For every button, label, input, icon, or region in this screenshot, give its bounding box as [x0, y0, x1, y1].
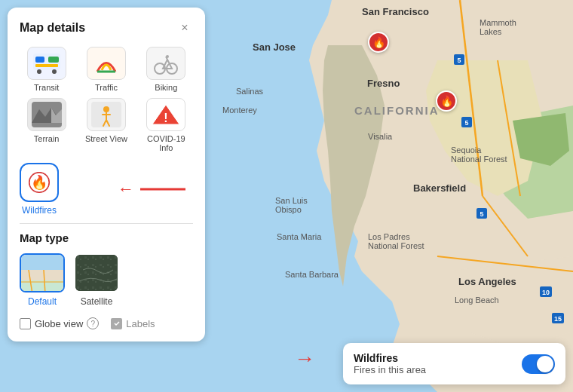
satellite-map-icon — [74, 253, 119, 292]
wildfire-item[interactable]: 🔥 Wildfires — [20, 163, 59, 216]
popup-text: Wildfires Fires in this area — [354, 352, 426, 375]
wildfire-arrow: ← — [118, 179, 134, 199]
default-label: Default — [28, 296, 57, 307]
map-type-default[interactable]: Default — [20, 253, 65, 307]
svg-rect-16 — [35, 57, 44, 63]
popup-arrow: → — [294, 347, 315, 371]
globe-view-checkbox[interactable]: Globe view ? — [20, 317, 99, 329]
svg-point-20 — [52, 69, 57, 74]
wildfire-row: 🔥 Wildfires ← — [20, 163, 193, 216]
wildfire-label: Wildfires — [22, 205, 57, 216]
popup-subtitle: Fires in this area — [354, 364, 426, 375]
wildfire-popup: Wildfires Fires in this area — [343, 343, 565, 384]
labels-checked-icon — [111, 318, 122, 329]
streetview-label: Street View — [85, 134, 127, 143]
panel-title: Map details — [20, 21, 85, 35]
traffic-icon — [87, 47, 126, 80]
map-type-title: Map type — [20, 231, 193, 244]
svg-text:🔥: 🔥 — [31, 174, 48, 191]
streetview-icon — [87, 98, 126, 131]
svg-text:10: 10 — [542, 289, 550, 296]
svg-rect-17 — [35, 64, 58, 67]
default-map-icon — [20, 253, 65, 292]
biking-label: Biking — [155, 83, 177, 92]
svg-rect-18 — [48, 57, 59, 63]
terrain-icon — [27, 98, 66, 131]
globe-view-label: Globe view — [35, 318, 83, 329]
transit-label: Transit — [34, 83, 59, 92]
labels-checkbox[interactable]: Labels — [111, 318, 155, 329]
svg-text:5: 5 — [464, 119, 468, 127]
covid-icon: ! — [146, 98, 185, 131]
detail-grid: Transit Traffic B — [20, 47, 193, 152]
svg-point-23 — [166, 55, 169, 58]
fire-marker-2: 🔥 — [436, 90, 457, 112]
covid-label: COVID-19 Info — [139, 134, 193, 152]
panel-header: Map details × — [20, 20, 193, 36]
arrow-line — [140, 182, 193, 197]
options-row: Globe view ? Labels — [20, 317, 193, 329]
terrain-label: Terrain — [34, 134, 60, 143]
detail-streetview[interactable]: Street View — [79, 98, 133, 152]
svg-text:15: 15 — [554, 315, 562, 323]
globe-checkbox-icon — [20, 318, 31, 329]
svg-point-26 — [103, 106, 109, 112]
satellite-label: Satellite — [81, 296, 113, 307]
traffic-label: Traffic — [95, 83, 118, 92]
popup-title: Wildfires — [354, 352, 426, 364]
svg-text:5: 5 — [457, 57, 461, 64]
detail-transit[interactable]: Transit — [20, 47, 73, 92]
map-type-grid: Default Satelli — [20, 253, 193, 307]
detail-biking[interactable]: Biking — [139, 47, 193, 92]
toggle-knob — [537, 356, 553, 372]
svg-point-19 — [37, 69, 41, 74]
detail-traffic[interactable]: Traffic — [79, 47, 133, 92]
svg-text:!: ! — [164, 112, 168, 124]
globe-info-icon[interactable]: ? — [87, 317, 99, 329]
svg-text:5: 5 — [480, 210, 483, 218]
wildfire-icon: 🔥 — [20, 163, 59, 202]
map-details-panel: Map details × Transit — [8, 8, 205, 341]
detail-covid[interactable]: ! COVID-19 Info — [139, 98, 193, 152]
transit-icon — [27, 47, 66, 80]
divider — [20, 223, 193, 224]
biking-icon — [146, 47, 185, 80]
detail-terrain[interactable]: Terrain — [20, 98, 73, 152]
labels-label: Labels — [126, 318, 155, 329]
wildfire-toggle[interactable] — [522, 354, 555, 374]
svg-rect-41 — [75, 255, 119, 292]
close-button[interactable]: × — [176, 20, 193, 36]
fire-marker-1: 🔥 — [368, 32, 389, 53]
map-type-satellite[interactable]: Satellite — [74, 253, 119, 307]
